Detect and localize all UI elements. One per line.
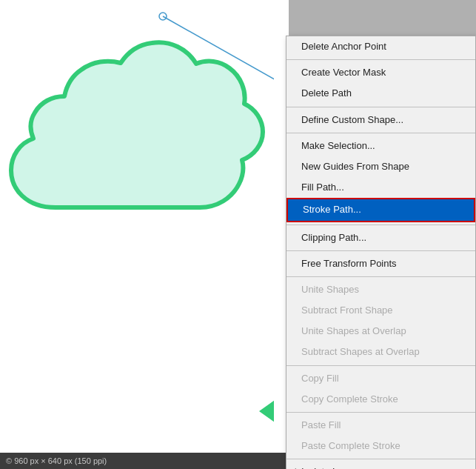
status-bar: © 960 px × 640 px (150 ppi) (0, 453, 289, 469)
menu-item-unite-shapes[interactable]: Unite Shapes (286, 279, 475, 300)
canvas-inner (0, 0, 289, 469)
canvas-area: © 960 px × 640 px (150 ppi) (0, 0, 289, 469)
context-menu: Delete Anchor Point Create Vector Mask D… (286, 36, 476, 469)
menu-item-stroke-path[interactable]: Stroke Path... (286, 198, 475, 222)
menu-item-fill-path[interactable]: Fill Path... (286, 177, 475, 198)
separator-9 (286, 459, 475, 459)
menu-item-subtract-shapes-overlap[interactable]: Subtract Shapes at Overlap (286, 342, 475, 362)
cloud-shape (0, 0, 274, 430)
menu-item-unite-shapes-overlap[interactable]: Unite Shapes at Overlap (286, 321, 475, 342)
separator-4 (286, 224, 475, 225)
menu-item-clipping-path[interactable]: Clipping Path... (286, 227, 475, 248)
menu-item-make-selection[interactable]: Make Selection... (286, 136, 475, 156)
separator-5 (286, 250, 475, 251)
menu-item-paste-fill[interactable]: Paste Fill (286, 415, 475, 436)
decorative-triangle (259, 393, 274, 430)
menu-item-new-guides-from-shape[interactable]: New Guides From Shape (286, 156, 475, 177)
separator-1 (286, 59, 475, 60)
menu-item-create-vector-mask[interactable]: Create Vector Mask (286, 62, 475, 83)
status-text: © 960 px × 640 px (150 ppi) (6, 456, 107, 465)
separator-7 (286, 365, 475, 366)
separator-3 (286, 133, 475, 133)
menu-item-paste-complete-stroke[interactable]: Paste Complete Stroke (286, 436, 475, 456)
menu-item-subtract-front-shape[interactable]: Subtract Front Shape (286, 300, 475, 321)
check-icon: ✓ (290, 465, 298, 469)
menu-item-delete-anchor-point[interactable]: Delete Anchor Point (286, 36, 475, 57)
separator-8 (286, 412, 475, 413)
menu-item-isolate-layers[interactable]: ✓ Isolate Layers (286, 462, 475, 469)
menu-item-delete-path[interactable]: Delete Path (286, 83, 475, 104)
menu-item-copy-complete-stroke[interactable]: Copy Complete Stroke (286, 389, 475, 410)
menu-item-free-transform-points[interactable]: Free Transform Points (286, 253, 475, 274)
separator-2 (286, 107, 475, 107)
menu-item-define-custom-shape[interactable]: Define Custom Shape... (286, 110, 475, 130)
menu-item-copy-fill[interactable]: Copy Fill (286, 368, 475, 389)
separator-6 (286, 276, 475, 277)
